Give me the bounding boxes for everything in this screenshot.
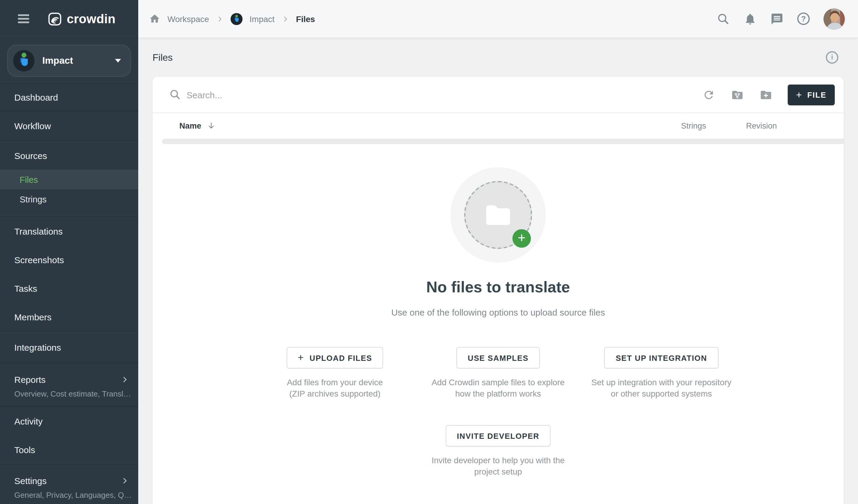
crowdin-app: crowdin Impact Dashboard Workflow Source… — [0, 0, 858, 504]
upload-files-button[interactable]: + UPLOAD FILES — [286, 347, 383, 369]
column-header-name[interactable]: Name — [179, 121, 216, 130]
plus-icon: + — [298, 352, 304, 364]
upload-files-description: Add files from your device (ZIP archives… — [278, 377, 392, 400]
screen: crowdin Impact Dashboard Workflow Source… — [0, 0, 858, 504]
breadcrumb-project-avatar — [231, 13, 242, 25]
sidebar-item-translations[interactable]: Translations — [0, 217, 138, 245]
empty-state-subtitle: Use one of the following options to uplo… — [153, 307, 844, 318]
project-selector[interactable]: Impact — [7, 45, 131, 77]
sidebar-item-workflow[interactable]: Workflow — [0, 111, 138, 141]
chevron-right-icon — [282, 15, 289, 22]
chevron-down-icon — [115, 59, 121, 63]
breadcrumb-current-page: Files — [296, 14, 315, 23]
crowdin-logo-icon — [48, 12, 61, 25]
hamburger-menu-icon[interactable] — [18, 12, 29, 25]
help-icon[interactable]: ? — [797, 13, 810, 25]
sidebar-item-reports[interactable]: Reports — [0, 369, 138, 389]
sidebar-item-screenshots[interactable]: Screenshots — [0, 245, 138, 274]
folder-icon — [483, 203, 513, 227]
sidebar-item-tasks[interactable]: Tasks — [0, 274, 138, 303]
use-samples-description: Add Crowdin sample files to explore how … — [424, 377, 573, 400]
search-input[interactable] — [181, 90, 431, 100]
sidebar-item-reports-sublabel: Overview, Cost estimate, Transl… — [0, 389, 138, 406]
add-files-plus-badge[interactable]: + — [512, 229, 531, 248]
plus-icon: + — [796, 90, 803, 100]
use-samples-button[interactable]: USE SAMPLES — [456, 347, 540, 369]
topbar: Workspace Impact Files ? — [138, 0, 858, 38]
upload-files-option: + UPLOAD FILES Add files from your devic… — [253, 347, 416, 400]
chevron-right-icon — [121, 375, 129, 383]
sidebar-item-settings-sublabel: General, Privacy, Languages, Q… — [0, 491, 138, 504]
sidebar-item-files[interactable]: Files — [0, 170, 138, 189]
table-header-strip — [162, 139, 844, 144]
crowdin-logo[interactable]: crowdin — [48, 12, 116, 26]
empty-state: + No files to translate Use one of the f… — [153, 144, 844, 477]
search-icon — [169, 89, 181, 101]
sidebar-item-dashboard[interactable]: Dashboard — [0, 83, 138, 111]
chevron-right-icon — [216, 15, 223, 22]
crowdin-wordmark: crowdin — [67, 12, 116, 26]
refresh-icon[interactable] — [702, 88, 715, 101]
info-icon[interactable]: i — [826, 51, 838, 64]
notifications-bell-icon[interactable] — [744, 12, 757, 25]
files-card: + FILE Name Strings Revision — [153, 77, 844, 504]
sidebar-item-sources[interactable]: Sources — [0, 141, 138, 170]
add-file-button[interactable]: + FILE — [788, 84, 835, 105]
search-icon[interactable] — [717, 12, 730, 25]
empty-state-actions: + UPLOAD FILES Add files from your devic… — [153, 347, 844, 400]
messages-icon[interactable] — [770, 12, 783, 25]
sidebar-item-integrations[interactable]: Integrations — [0, 332, 138, 362]
project-name: Impact — [42, 55, 73, 66]
topbar-icons: ? — [717, 8, 845, 30]
setup-integration-option: SET UP INTEGRATION Set up integration wi… — [580, 347, 743, 400]
sidebar-item-strings[interactable]: Strings — [0, 189, 138, 209]
home-icon[interactable] — [149, 13, 160, 25]
files-table-header: Name Strings Revision — [153, 113, 844, 139]
files-toolbar: + FILE — [153, 77, 844, 113]
empty-folder-illustration: + — [450, 167, 546, 263]
sort-descending-icon — [207, 121, 216, 130]
sidebar-item-tools[interactable]: Tools — [0, 435, 138, 464]
setup-integration-description: Set up integration with your repository … — [587, 377, 736, 400]
empty-state-title: No files to translate — [153, 278, 844, 296]
sidebar-item-members[interactable]: Members — [0, 303, 138, 331]
sidebar-item-activity[interactable]: Activity — [0, 407, 138, 435]
page-title: Files — [153, 52, 173, 63]
sidebar-item-settings[interactable]: Settings — [0, 470, 138, 491]
sidebar-nav: Dashboard Workflow Sources Files Strings… — [0, 83, 138, 504]
sidebar-header: crowdin — [0, 0, 138, 38]
toolbar-actions: + FILE — [686, 84, 835, 105]
project-avatar — [13, 50, 35, 71]
invite-developer-button[interactable]: INVITE DEVELOPER — [446, 425, 551, 446]
add-folder-icon[interactable] — [760, 88, 772, 101]
invite-developer-option: INVITE DEVELOPER Invite developer to hel… — [153, 425, 844, 477]
page-header: Files i — [153, 38, 844, 77]
setup-integration-button[interactable]: SET UP INTEGRATION — [604, 347, 718, 369]
breadcrumb-project[interactable]: Impact — [250, 14, 275, 23]
table-minor-columns: Strings Revision — [660, 121, 795, 130]
invite-developer-description: Invite developer to help you with the pr… — [428, 455, 569, 477]
chevron-right-icon — [121, 477, 129, 484]
content-area: Files i + FILE — [138, 38, 858, 504]
column-header-strings: Strings — [660, 121, 728, 130]
search-box — [169, 89, 686, 101]
project-selector-section: Impact — [0, 38, 138, 83]
main-area: Workspace Impact Files ? — [138, 0, 858, 504]
breadcrumb-workspace[interactable]: Workspace — [168, 14, 209, 23]
use-samples-option: USE SAMPLES Add Crowdin sample files to … — [416, 347, 580, 400]
user-avatar[interactable] — [823, 8, 845, 30]
breadcrumb: Workspace Impact Files — [149, 13, 315, 25]
sidebar: crowdin Impact Dashboard Workflow Source… — [0, 0, 138, 504]
branch-folder-icon[interactable] — [731, 88, 744, 101]
column-header-revision: Revision — [728, 121, 795, 130]
